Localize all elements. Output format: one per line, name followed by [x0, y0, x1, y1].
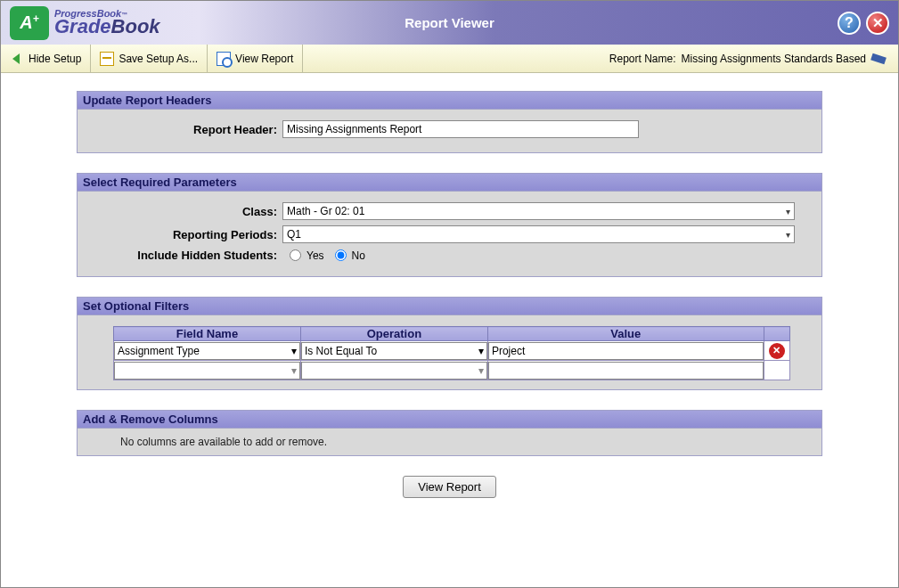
chevron-down-icon: ▾ [291, 364, 297, 377]
logo-line2a: Grade [54, 15, 111, 37]
filters-table: Field Name Operation Value Assignment Ty… [113, 326, 790, 380]
report-name-label: Report Name: [609, 53, 676, 65]
filter-value-input[interactable] [488, 342, 764, 360]
periods-value: Q1 [287, 228, 301, 241]
required-params-title: Select Required Parameters [78, 174, 821, 192]
grad-cap-icon [871, 53, 887, 64]
chevron-down-icon: ▾ [291, 345, 297, 357]
help-icon[interactable]: ? [838, 12, 861, 35]
table-header-row: Field Name Operation Value [114, 327, 790, 341]
columns-empty-msg: No columns are available to add or remov… [78, 429, 821, 455]
view-report-label: View Report [235, 53, 293, 65]
report-header-label: Report Header: [86, 123, 282, 136]
filter-op-select[interactable]: ▾ [301, 362, 487, 380]
hide-setup-button[interactable]: Hide Setup [1, 45, 91, 72]
view-report-button[interactable]: View Report [403, 476, 496, 498]
class-label: Class: [86, 205, 282, 218]
col-delete [764, 327, 789, 341]
view-report-toolbar-button[interactable]: View Report [208, 45, 303, 72]
app-header: A+ ProgressBook™ GradeBook Report Viewer… [1, 1, 898, 45]
hide-setup-label: Hide Setup [29, 53, 81, 65]
class-select[interactable]: Math - Gr 02: 01 ▾ [282, 202, 795, 220]
logo-line2b: Book [111, 15, 160, 37]
report-name-block: Report Name: Missing Assignments Standar… [599, 45, 898, 72]
hide-icon [10, 52, 24, 66]
chevron-down-icon: ▾ [478, 345, 484, 357]
logo-icon: A+ [10, 6, 49, 40]
close-icon[interactable]: ✕ [866, 12, 889, 35]
hidden-yes-label: Yes [306, 249, 324, 262]
col-value: Value [487, 327, 764, 341]
class-value: Math - Gr 02: 01 [287, 205, 364, 217]
filter-field-select[interactable]: Assignment Type▾ [114, 342, 300, 360]
table-row: Assignment Type▾ Is Not Equal To▾ ✕ [114, 341, 790, 361]
chevron-down-icon: ▾ [786, 230, 790, 240]
columns-title: Add & Remove Columns [78, 411, 821, 429]
required-params-panel: Select Required Parameters Class: Math -… [77, 173, 822, 277]
col-field: Field Name [114, 327, 301, 341]
save-setup-label: Save Setup As... [119, 53, 198, 65]
filter-value-input[interactable] [488, 362, 764, 380]
logo: A+ ProgressBook™ GradeBook [10, 6, 160, 40]
report-name-value: Missing Assignments Standards Based [682, 53, 866, 65]
periods-label: Reporting Periods: [86, 228, 282, 241]
view-report-icon [217, 52, 231, 66]
hidden-yes-radio[interactable] [290, 249, 301, 261]
logo-text: ProgressBook™ GradeBook [54, 9, 160, 37]
columns-panel: Add & Remove Columns No columns are avai… [77, 410, 822, 456]
toolbar: Hide Setup Save Setup As... View Report … [1, 45, 898, 73]
save-icon [100, 52, 114, 66]
optional-filters-title: Set Optional Filters [78, 298, 821, 315]
hidden-no-label: No [352, 249, 365, 262]
filter-op-select[interactable]: Is Not Equal To▾ [301, 342, 487, 360]
hidden-students-radio-group: Yes No [282, 249, 365, 262]
hidden-no-radio[interactable] [335, 249, 347, 261]
save-setup-as-button[interactable]: Save Setup As... [91, 45, 208, 72]
optional-filters-panel: Set Optional Filters Field Name Operatio… [77, 297, 822, 390]
table-row: ▾ ▾ [114, 361, 790, 380]
hidden-students-label: Include Hidden Students: [86, 249, 282, 262]
periods-select[interactable]: Q1 ▾ [282, 225, 795, 243]
chevron-down-icon: ▾ [478, 364, 484, 377]
page-title: Report Viewer [405, 15, 494, 30]
col-operation: Operation [300, 327, 487, 341]
update-headers-panel: Update Report Headers Report Header: [77, 91, 822, 153]
update-headers-title: Update Report Headers [78, 92, 821, 110]
chevron-down-icon: ▾ [786, 207, 790, 216]
report-header-input[interactable] [282, 120, 639, 138]
filter-field-select[interactable]: ▾ [114, 362, 300, 380]
delete-row-icon[interactable]: ✕ [769, 343, 785, 359]
